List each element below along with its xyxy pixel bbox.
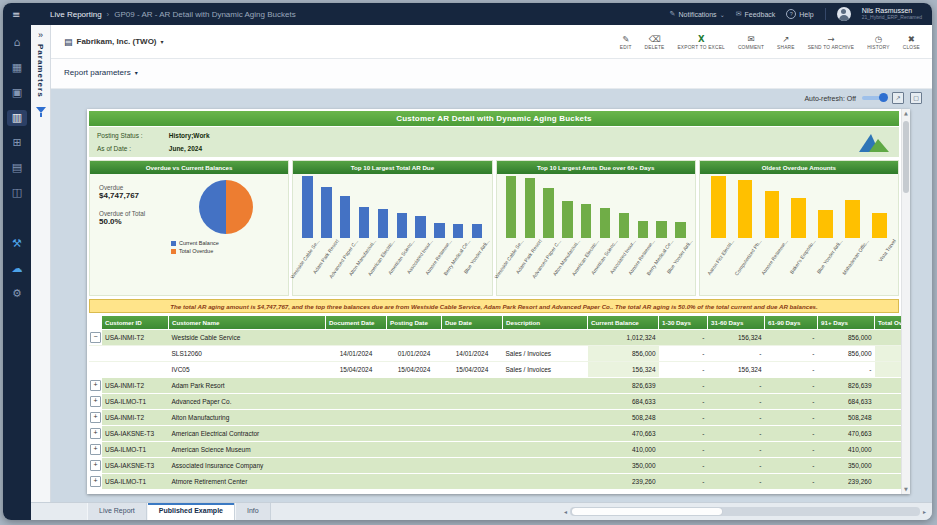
- parameters-panel-collapsed[interactable]: » Parameters: [31, 25, 51, 502]
- close-button[interactable]: ✖CLOSE: [903, 34, 920, 50]
- document-number: SLS12060: [169, 346, 326, 362]
- tab-live-report[interactable]: Live Report: [87, 503, 147, 520]
- legend-item: Total Overdue: [171, 247, 219, 255]
- charts-row: Overdue vs Current Balances Overdue $4,7…: [89, 160, 899, 296]
- bar: [596, 176, 615, 238]
- modules-grid-icon[interactable]: ▦: [7, 60, 27, 76]
- popout-report-icon[interactable]: ▢: [910, 92, 922, 104]
- data-warehouse-icon[interactable]: ◫: [7, 185, 27, 201]
- company-logo: [857, 130, 891, 152]
- ar-table-head-row: Customer IDCustomer NameDocument DatePos…: [89, 316, 910, 330]
- scroll-up-icon[interactable]: ▲: [902, 109, 910, 118]
- menu-icon[interactable]: ≡: [12, 9, 30, 20]
- customer-group-row[interactable]: +USA-ILMO-T1Atmore Retirement Center239,…: [89, 474, 910, 490]
- days-91-plus: 684,633: [818, 394, 875, 410]
- current-balance: 470,663: [588, 426, 659, 442]
- cell: [503, 394, 588, 410]
- company-selector[interactable]: ▤ Fabrikam, Inc. (TWO) ▾: [64, 37, 164, 47]
- row-expander[interactable]: +: [90, 444, 101, 455]
- invoice-detail-row[interactable]: IVC0515/04/202415/04/202415/04/2024Sales…: [89, 362, 910, 378]
- tools-icon[interactable]: ⚒: [7, 236, 27, 252]
- customer-group-row[interactable]: +USA-INMI-T2Alton Manufacturing508,248--…: [89, 410, 910, 426]
- cell: [442, 474, 503, 490]
- customer-group-row[interactable]: +USA-ILMO-T1American Science Museum410,0…: [89, 442, 910, 458]
- cell: [387, 474, 442, 490]
- bar: [839, 176, 866, 238]
- expand-chevrons-icon[interactable]: »: [38, 30, 43, 40]
- customer-group-row[interactable]: +USA-IAKSNE-T3Associated Insurance Compa…: [89, 458, 910, 474]
- column-header: Current Balance: [588, 316, 659, 330]
- cell: [102, 346, 169, 362]
- customer-name: Advanced Paper Co.: [169, 394, 326, 410]
- customer-group-row[interactable]: +USA-IAKSNE-T3American Electrical Contra…: [89, 426, 910, 442]
- horizontal-scrollbar[interactable]: ◂ ▸: [564, 507, 932, 516]
- bar-chart: [296, 176, 488, 238]
- user-menu[interactable]: Nils Rasmussen 21_Hybrid_ERP_Renamed: [862, 7, 922, 21]
- scroll-right-icon[interactable]: ▸: [923, 508, 926, 515]
- home-icon[interactable]: ⌂: [7, 35, 27, 51]
- row-expander[interactable]: +: [90, 428, 101, 439]
- export-to-excel-button[interactable]: XEXPORT TO EXCEL: [677, 34, 724, 50]
- row-expander[interactable]: +: [90, 476, 101, 487]
- help-button[interactable]: ? Help: [786, 9, 813, 19]
- row-expander[interactable]: +: [90, 396, 101, 407]
- horizontal-scrollbar-thumb[interactable]: [572, 508, 722, 515]
- cell: [442, 330, 503, 346]
- scroll-down-icon[interactable]: ▼: [902, 485, 910, 494]
- settings-gear-icon[interactable]: ⚙: [7, 286, 27, 302]
- customer-group-row[interactable]: −USA-INMI-T2Westside Cable Service1,012,…: [89, 330, 910, 346]
- horizontal-scrollbar-track[interactable]: [570, 507, 920, 516]
- edit-button[interactable]: ✎EDIT: [620, 34, 632, 50]
- reports-icon[interactable]: ▥: [7, 110, 27, 126]
- current-balance: 826,639: [588, 378, 659, 394]
- cell: [503, 410, 588, 426]
- share-button[interactable]: ↗SHARE: [777, 34, 795, 50]
- expand-report-icon[interactable]: ↗: [892, 92, 904, 104]
- report-parameters-toggle[interactable]: Report parameters ▾: [64, 68, 138, 77]
- days-91-plus: 239,260: [818, 474, 875, 490]
- breadcrumb-section[interactable]: Live Reporting: [50, 10, 102, 19]
- row-expander[interactable]: +: [90, 412, 101, 423]
- cell: [326, 458, 387, 474]
- scroll-left-icon[interactable]: ◂: [564, 508, 567, 515]
- feedback-button[interactable]: ✉ Feedback: [736, 10, 776, 18]
- days-1-30: -: [659, 330, 708, 346]
- comment-button[interactable]: ✉COMMENT: [738, 34, 764, 50]
- tab-published-example[interactable]: Published Example: [147, 503, 235, 520]
- budget-icon[interactable]: ⊞: [7, 135, 27, 151]
- document-date: 14/01/2024: [326, 346, 387, 362]
- bar: [785, 176, 812, 238]
- days-61-90: -: [765, 442, 818, 458]
- pencil-icon: ✎: [670, 10, 676, 18]
- tasks-icon[interactable]: ▣: [7, 85, 27, 101]
- row-expander[interactable]: +: [90, 460, 101, 471]
- row-expander[interactable]: +: [90, 380, 101, 391]
- bar: [336, 176, 355, 238]
- tab-info[interactable]: Info: [235, 503, 271, 520]
- customer-group-row[interactable]: +USA-INMI-T2Adam Park Resort826,639---82…: [89, 378, 910, 394]
- days-31-60: -: [708, 458, 765, 474]
- auto-refresh-toggle[interactable]: [862, 96, 886, 100]
- toggle-knob[interactable]: [879, 93, 888, 102]
- days-31-60: -: [708, 410, 765, 426]
- invoice-detail-row[interactable]: SLS1206014/01/202401/01/202414/01/2024Sa…: [89, 346, 910, 362]
- customer-id: USA-INMI-T2: [102, 330, 169, 346]
- delete-button[interactable]: ⌫DELETE: [645, 34, 665, 50]
- days-31-60: -: [708, 378, 765, 394]
- days-91-plus: 350,000: [818, 458, 875, 474]
- pie-legend: Current BalanceTotal Overdue: [167, 239, 219, 255]
- row-expander[interactable]: −: [90, 332, 101, 343]
- customer-group-row[interactable]: +USA-ILMO-T1Advanced Paper Co.684,633---…: [89, 394, 910, 410]
- history-button[interactable]: ◷HISTORY: [867, 34, 890, 50]
- cell: [387, 378, 442, 394]
- vertical-scrollbar-thumb[interactable]: [903, 121, 909, 193]
- user-avatar[interactable]: [837, 7, 851, 21]
- legend-item: Current Balance: [171, 239, 219, 247]
- days-91-plus: 410,000: [818, 442, 875, 458]
- documents-icon[interactable]: ▤: [7, 160, 27, 176]
- cell: [442, 426, 503, 442]
- cloud-icon[interactable]: ☁: [7, 261, 27, 277]
- notifications-button[interactable]: ✎ Notifications ⌄: [670, 10, 725, 18]
- card-vertical-scrollbar[interactable]: ▲ ▼: [901, 109, 910, 494]
- send-to-archive-button[interactable]: →SEND TO ARCHIVE: [808, 34, 855, 50]
